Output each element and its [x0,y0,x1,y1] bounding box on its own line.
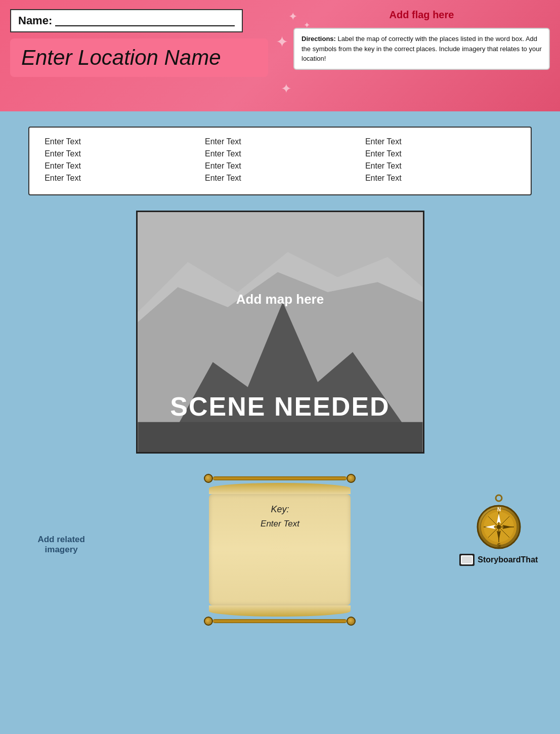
list-item[interactable]: Enter Text [365,136,515,148]
svg-text:N: N [497,507,501,512]
map-container[interactable]: Add map here SCENE NEEDED [136,211,424,454]
header-left: Name: Enter Location Name [0,0,283,111]
name-bar: Name: [10,9,243,32]
scroll-rod-bar-bottom [213,619,347,623]
scroll-knob-right [347,474,356,483]
scroll-curl-top [209,483,351,494]
list-item[interactable]: Enter Text [45,172,195,184]
scene-needed-text: SCENE NEEDED [138,391,423,422]
svg-point-5 [496,495,502,501]
list-item[interactable]: Enter Text [205,172,355,184]
list-item[interactable]: Enter Text [365,160,515,172]
bottom-row: Add related imagery Key: Enter Text [28,474,532,626]
svg-point-17 [497,525,501,529]
word-col-1: Enter Text Enter Text Enter Text Enter T… [45,136,195,184]
word-box: Enter Text Enter Text Enter Text Enter T… [28,127,532,195]
scroll-knob-bottom-right [347,617,356,626]
list-item[interactable]: Enter Text [365,148,515,160]
name-label: Name: [18,14,52,27]
header-right: Add flag here Directions: Label the map … [283,0,560,111]
add-imagery-label[interactable]: Add related imagery [28,535,94,555]
scroll-curl-bottom [209,605,351,617]
svg-text:S: S [497,543,501,548]
svg-rect-4 [138,422,422,452]
compass-icon: N S [471,494,527,550]
word-col-2: Enter Text Enter Text Enter Text Enter T… [205,136,355,184]
location-title-box[interactable]: Enter Location Name [10,38,268,77]
main-content: Enter Text Enter Text Enter Text Enter T… [0,111,560,734]
list-item[interactable]: Enter Text [365,172,515,184]
location-title: Enter Location Name [21,46,221,69]
add-map-text: Add map here [138,292,423,307]
directions-bold: Directions: [301,35,336,43]
header: ✦ ✦ ✦ ✦ ✦ Name: Enter Location Name Add … [0,0,560,111]
list-item[interactable]: Enter Text [205,136,355,148]
scroll-rod-top [204,474,356,483]
scroll-key-label: Key: [218,504,341,515]
brand-icon [459,554,475,566]
scroll-container: Key: Enter Text [199,474,361,626]
word-box-grid: Enter Text Enter Text Enter Text Enter T… [45,136,515,184]
scroll-body[interactable]: Key: Enter Text [209,494,351,605]
word-col-3: Enter Text Enter Text Enter Text Enter T… [365,136,515,184]
scroll-rod-bottom [204,617,356,626]
scroll-knob-left [204,474,213,483]
list-item[interactable]: Enter Text [45,160,195,172]
storyboard-brand: StoryboardThat [459,554,538,566]
name-line [55,15,235,26]
list-item[interactable]: Enter Text [205,160,355,172]
list-item[interactable]: Enter Text [45,136,195,148]
directions-box: Directions: Label the map of correctly w… [293,28,550,70]
scroll-rod-bar-top [213,476,347,480]
add-flag-label[interactable]: Add flag here [293,9,550,21]
scroll-enter-text: Enter Text [218,519,341,529]
list-item[interactable]: Enter Text [45,148,195,160]
map-scene: Add map here SCENE NEEDED [138,212,423,452]
brand-name: StoryboardThat [478,555,538,564]
scroll-knob-bottom-left [204,617,213,626]
compass-area: N S StoryboardTh [466,494,532,566]
svg-rect-22 [462,556,472,563]
list-item[interactable]: Enter Text [205,148,355,160]
directions-text: Label the map of correctly with the plac… [301,35,542,62]
